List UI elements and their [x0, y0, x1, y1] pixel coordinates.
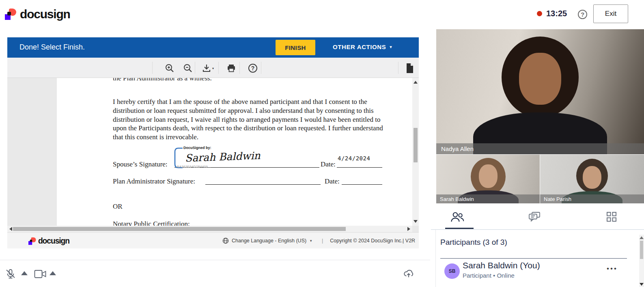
active-tab-underline: [445, 228, 474, 229]
viewer-help-glyph: ?: [248, 64, 257, 73]
docusign-signing-session: docusign 13:25 ? Exit Done! Select Finis…: [0, 0, 644, 287]
participants-divider: [440, 258, 627, 259]
plan-admin-date-label: Date:: [325, 177, 340, 186]
copyright-text: Copyright © 2024 DocuSign Inc.| V2R: [330, 238, 415, 244]
tab-chat[interactable]: [526, 211, 543, 223]
footer-docusign-wordmark: docusign: [38, 237, 69, 246]
docusigned-by-label: DocuSigned by:: [183, 146, 211, 150]
mic-muted-icon[interactable]: [5, 268, 16, 281]
exit-button[interactable]: Exit: [593, 4, 628, 23]
toolbar-separator: [218, 62, 219, 74]
change-language-link[interactable]: Change Language - English (US): [232, 238, 306, 244]
zoom-out-icon[interactable]: [183, 63, 193, 73]
panel-tab-bar: [431, 203, 644, 230]
vertical-scrollbar[interactable]: [412, 78, 419, 226]
document-toolbar: ▾ ?: [7, 58, 419, 78]
main-video-nadya[interactable]: Nadya Allen: [436, 29, 644, 154]
scroll-up-arrow[interactable]: [640, 236, 644, 239]
horizontal-scroll-thumb[interactable]: [13, 227, 346, 231]
other-actions-button[interactable]: OTHER ACTIONS ▾: [333, 43, 392, 50]
docusign-wordmark: docusign: [20, 7, 70, 21]
plan-admin-signature-line: [205, 177, 321, 185]
person-silhouette: [583, 166, 601, 189]
scroll-right-arrow[interactable]: [407, 227, 410, 231]
av-controls-bar: [0, 260, 430, 287]
footer-center: Change Language - English (US) ▼ | Copyr…: [222, 233, 415, 249]
mic-options-caret-icon[interactable]: [21, 271, 28, 275]
thumbnail-name-label: Sarah Baldwin: [436, 194, 540, 203]
footer-separator: |: [322, 238, 323, 244]
zoom-in-icon[interactable]: [165, 63, 174, 73]
date-value[interactable]: 4/24/2024: [338, 155, 370, 162]
participants-scrollbar[interactable]: [639, 235, 644, 287]
banner-message: Done! Select Finish.: [19, 43, 85, 52]
recording-timer: 13:25: [537, 9, 567, 18]
document-page: the Plan Administrator as a witness. I h…: [57, 78, 412, 226]
top-header: docusign 13:25 ? Exit: [0, 0, 644, 29]
plan-admin-date-line: [342, 177, 382, 185]
scroll-up-arrow[interactable]: [414, 81, 418, 84]
toolbar-separator: [261, 62, 261, 74]
scroll-down-arrow[interactable]: [640, 283, 644, 286]
document-clipped-line: the Plan Administrator as a witness.: [113, 78, 212, 82]
main-video-name-label: Nadya Allen: [436, 143, 644, 154]
recording-time: 13:25: [546, 9, 567, 18]
person-silhouette: [519, 53, 561, 105]
camera-icon[interactable]: [34, 270, 47, 281]
tab-participants[interactable]: [449, 211, 465, 223]
document-footer: docusign Change Language - English (US) …: [7, 232, 419, 248]
plan-admin-signature-label: Plan Administrator Signature:: [113, 177, 195, 186]
participant-status: Participant • Online: [463, 272, 515, 279]
thumbnail-name-label: Nate Parish: [540, 194, 644, 203]
footer-docusign-logo-icon: [28, 237, 36, 245]
recording-dot-icon: [537, 11, 542, 16]
vertical-scroll-thumb[interactable]: [414, 128, 418, 162]
or-text: OR: [113, 203, 123, 211]
signature-id: BA363E64D2B4409...: [177, 165, 211, 168]
toolbar-separator: [398, 62, 398, 74]
grid-tab-icon: [606, 211, 617, 222]
docusign-logo-icon: [5, 9, 16, 20]
finish-banner: Done! Select Finish. FINISH OTHER ACTION…: [7, 37, 419, 58]
notary-certification-line: Notary Public Certification:: [113, 220, 190, 226]
scroll-down-arrow[interactable]: [414, 220, 418, 223]
video-conference-panel: Nadya Allen Sarah Baldwin Nate Parish: [431, 29, 644, 287]
person-silhouette: [479, 164, 498, 188]
horizontal-scrollbar[interactable]: [7, 226, 412, 232]
thumbnail-video-nate[interactable]: Nate Parish: [540, 155, 644, 203]
viewer-help-icon[interactable]: ?: [248, 63, 258, 73]
other-actions-label: OTHER ACTIONS: [333, 43, 386, 50]
spouse-date-label: Date:: [321, 160, 336, 168]
spouse-signature-label: Spouse’s Signature:: [113, 160, 168, 168]
toolbar-separator: [152, 62, 153, 74]
download-caret-icon[interactable]: ▾: [212, 67, 214, 70]
header-help-icon[interactable]: ?: [578, 10, 587, 19]
other-actions-caret-icon: ▾: [390, 45, 392, 49]
camera-options-caret-icon[interactable]: [50, 271, 56, 275]
cloud-upload-icon[interactable]: [403, 268, 414, 280]
document-viewer: the Plan Administrator as a witness. I h…: [7, 78, 419, 232]
toolbar-separator: [239, 62, 240, 74]
toolbar-separator: [195, 62, 195, 74]
participant-overflow-menu-icon[interactable]: •••: [607, 265, 618, 273]
footer-docusign-logo: docusign: [28, 237, 69, 246]
thumbnail-video-sarah[interactable]: Sarah Baldwin: [436, 155, 540, 203]
page-overview-icon[interactable]: [405, 63, 415, 73]
docusign-logo: docusign: [5, 7, 70, 21]
participants-title: Participants (3 of 3): [440, 238, 507, 247]
scroll-left-arrow[interactable]: [9, 227, 12, 231]
finish-button[interactable]: FINISH: [276, 40, 315, 55]
language-caret-icon[interactable]: ▼: [309, 239, 312, 243]
download-icon[interactable]: [202, 63, 211, 73]
print-icon[interactable]: [226, 63, 236, 73]
participants-tab-icon: [450, 211, 465, 222]
globe-icon: [222, 237, 229, 244]
chat-tab-icon: [528, 211, 541, 222]
participants-scroll-thumb[interactable]: [640, 241, 643, 259]
certification-paragraph: I hereby certify that I am the spouse of…: [113, 97, 386, 142]
tab-grid-view[interactable]: [603, 211, 620, 223]
participant-name: Sarah Baldwin (You): [463, 261, 540, 270]
avatar: SB: [444, 263, 460, 279]
